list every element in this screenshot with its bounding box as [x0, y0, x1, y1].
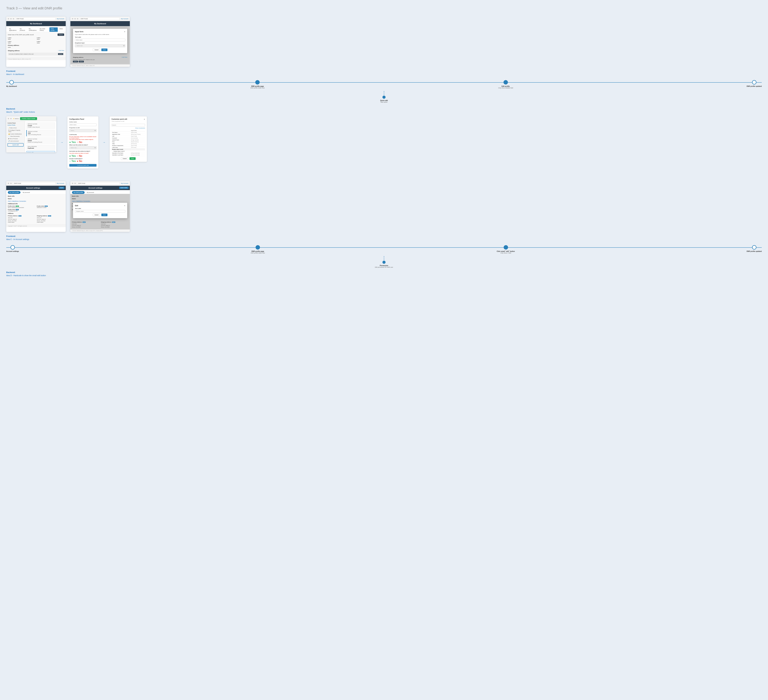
name-label-c2-bg: Name [72, 198, 128, 200]
nav-my-products[interactable]: My products [18, 27, 27, 32]
actions-small-2b[interactable]: Actions [79, 61, 84, 62]
address-desc-2: List view of address that's related to t… [73, 59, 127, 60]
edit-profile-btn-c2[interactable]: Edit Profile [119, 187, 129, 189]
edit-modal-buttons-c2: Cancel Save [75, 213, 125, 216]
table-row: Comment[Commented] [112, 137, 145, 139]
nav-dnr-profile[interactable]: DNR profile [50, 27, 58, 32]
screen-dnr-dashboard: DNR Portal My Account My Dashboard My ap… [6, 17, 66, 67]
menu-run-process[interactable]: ▶ Run a Process [8, 138, 24, 140]
tab-my-account-c1[interactable]: My account [21, 191, 32, 194]
browser-url-2: DNR Portal [80, 18, 120, 20]
browser-dot-2a [72, 18, 73, 19]
action-name-input[interactable] [69, 123, 96, 126]
primary-addr-value-c1: John Doe123 Pine Valley DrVienna, VA 221… [8, 217, 35, 223]
properties-select[interactable]: Select... [69, 129, 96, 132]
tl-node-edit-a: Edit profile Only show editable field [498, 80, 513, 89]
actions-small-2a[interactable]: Actions [73, 61, 78, 62]
edit-cancel-btn-c2[interactable]: Cancel [93, 213, 100, 216]
cust-close[interactable]: ✕ [144, 119, 145, 120]
when-select[interactable]: Select one... [69, 146, 96, 149]
browser-user-c1: My Account [57, 183, 64, 184]
backend-actions-row: ⚡ Actions Publish Object Model Control P… [6, 116, 762, 169]
browser-url-c2: DNR Portal [77, 182, 120, 185]
tab-dnr-profile-c2[interactable]: My DNR profile [72, 191, 85, 194]
browser-user-2: My Account [121, 18, 128, 19]
show-unselected-btn[interactable]: Show Unselected [135, 127, 145, 129]
publish-btn[interactable]: Publish Object Model [20, 117, 37, 120]
account-tabs-c1: My DNR profile My account [6, 190, 66, 194]
shipping-c2-bg: Shipping Address Edit John Doe123 Pine V… [101, 221, 128, 228]
cust-subtitle: Track properties to edit [112, 121, 145, 122]
edit-modal-close-c2[interactable]: ✕ [124, 205, 125, 207]
nav-my-apps[interactable]: My applications [8, 27, 18, 32]
quick-edit-menu-item[interactable]: Quick edit [8, 143, 24, 147]
cust-search-input[interactable] [112, 124, 145, 127]
nav-order-history[interactable]: My order history [38, 27, 49, 32]
default-action-create: Default Action Create Create a New Recor… [26, 122, 55, 129]
footer-1: © Server Started At Sep 21, 2023 1:14 pm… [6, 58, 66, 60]
bulk-radio-row: ● Yes ○ No [69, 155, 96, 157]
configure-section: Configure [69, 134, 96, 135]
save-btn-c1[interactable]: Save [59, 187, 64, 189]
edit-text-input-c2[interactable] [75, 210, 125, 213]
menu-edit-form[interactable]: 📝 Edit a Form [8, 127, 24, 129]
nav-other[interactable]: Other [58, 27, 64, 32]
add-new-btn-2[interactable]: + Add New [121, 56, 127, 58]
and-what-question: And what can this action be taken? [69, 151, 96, 152]
modal-close-1[interactable]: ✕ [124, 31, 125, 32]
modal-save-btn-1[interactable]: Save [101, 48, 107, 51]
edit-badge-c1[interactable]: Edit [45, 206, 48, 207]
tl-dot-edit-c [504, 245, 508, 250]
modal-buttons-1: Cancel Save [75, 48, 125, 51]
profile-info1-value-c1: Alex's Salesforce Connection [8, 207, 35, 208]
menu-configure[interactable]: ⚙ Configure Property Value [8, 129, 24, 133]
frontend-label-a: Frontend: [6, 70, 66, 72]
customize-quick-edit-btn[interactable]: Customize quick edit [69, 164, 96, 167]
profile-info3-c1: Profile info3 Edit 1234@gmail.com [8, 209, 64, 212]
modal-text-input-1[interactable] [75, 38, 125, 41]
browser-bar-1: DNR Portal My Account [6, 17, 66, 21]
frontend-idea-c: Idea C - In Account settings [6, 238, 66, 240]
screenshots-row-c: DNR Portal My Account Account settings S… [6, 181, 762, 232]
tl-dot-quick-edit [382, 96, 386, 99]
menu-link-account[interactable]: 🔗 Link to Account [8, 140, 24, 142]
tl-node-start-c: Account settings [6, 245, 19, 254]
form-field-1: Label: value [8, 37, 35, 40]
modal-cancel-btn-1[interactable]: Cancel [93, 48, 100, 51]
address-section-c1: Primary Address Edit John Doe123 Pine Va… [8, 215, 64, 223]
cust-cancel-btn[interactable]: Cancel [121, 157, 128, 160]
table-section-header: Related object model [112, 149, 145, 151]
shipping-edit-badge-c1[interactable]: Edit [48, 215, 51, 216]
browser-bar-c2: DNR Portal My Account [70, 181, 130, 186]
profile-info2-c1: Profile info2 Edit Salesforce Cloud [37, 205, 64, 208]
actions-small-1[interactable]: Actions [58, 53, 63, 55]
nav-certifications[interactable]: My certifications [27, 27, 38, 32]
shipping-address-c1: Shipping Address Edit John Doe123 Pine V… [37, 215, 64, 223]
footer-2: © Server Started At Sep 21, 2023 1:15am … [70, 64, 130, 67]
tl-node-dnr-c: DNR profile page DNR profile detail view [251, 245, 265, 254]
add-new-btn-1[interactable]: + Add New [58, 50, 64, 51]
edit-save-btn-c2[interactable]: Save [101, 213, 107, 216]
table-row: Application Date[Drop Down Picker] [112, 133, 145, 135]
cust-save-btn[interactable]: Save [130, 157, 136, 160]
address-title-c1: Address [8, 213, 64, 214]
tl-node-end-a: DNR profile updated [747, 80, 762, 89]
timeline-c: Account settings DNR profile page DNR pr… [6, 245, 762, 268]
actions-btn-1[interactable]: Actions [58, 34, 64, 36]
form-field-2: Label: value [37, 37, 64, 40]
profile-info-row-c1: Profile info1 DNR Alex's Salesforce Conn… [8, 205, 64, 208]
table-row: Titles[Dimension] [112, 143, 145, 145]
control-panel-label: Control Panel [8, 122, 24, 124]
default-action-delete: Default Action Delete Delete an Existing… [26, 138, 55, 144]
tab-my-account-c2[interactable]: My account [85, 191, 96, 194]
name-value-c2-bg: Alex's Salesforce Connection [72, 200, 128, 202]
tab-dnr-profile-c1[interactable]: My DNR profile [8, 191, 21, 194]
modal-dropdown-1[interactable]: Select one [75, 44, 125, 47]
actions-builder-body: Control Panel Action Fields 📝 Edit a For… [6, 121, 56, 152]
tl-dot-dnr-c [256, 245, 260, 250]
menu-view-docs[interactable]: 📄 View Documents [8, 135, 24, 138]
edit-badge2-c1[interactable]: Edit [16, 209, 19, 210]
dnr-badge-c1: DNR [16, 206, 19, 207]
primary-edit-badge-c1[interactable]: Edit [18, 215, 21, 216]
menu-notifications[interactable]: 🔔 Custom Notifications [8, 133, 24, 135]
